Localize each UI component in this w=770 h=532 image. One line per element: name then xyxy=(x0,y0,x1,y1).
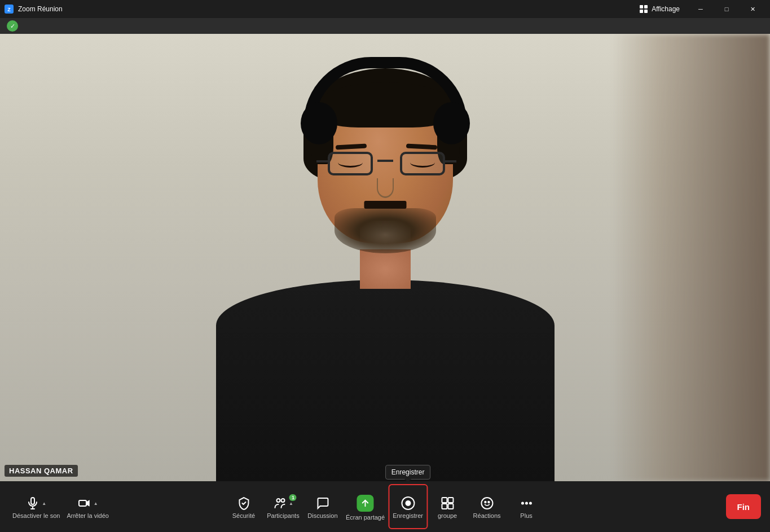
svg-point-10 xyxy=(276,499,280,502)
participants-label: Participants xyxy=(267,512,299,519)
nose xyxy=(377,178,394,198)
beard-gray xyxy=(360,221,411,249)
record-label: Enregistrer xyxy=(393,512,423,519)
svg-rect-9 xyxy=(79,500,86,506)
svg-rect-2 xyxy=(640,5,643,8)
share-icon-bg xyxy=(357,495,373,512)
svg-rect-14 xyxy=(448,498,453,503)
toolbar: ▲ Désactiver le son ▲ Arrêter la vidéo xyxy=(0,481,770,532)
chat-icon xyxy=(316,496,329,510)
close-button[interactable]: ✕ xyxy=(740,0,765,18)
reactions-label: Réactions xyxy=(473,512,501,519)
headphones-right-cup xyxy=(433,102,470,144)
grid-view-icon xyxy=(639,5,648,14)
chat-label: Discussion xyxy=(307,512,337,519)
record-tooltip: Enregistrer xyxy=(385,465,431,480)
titlebar-title: Zoom Réunion xyxy=(18,5,63,13)
svg-rect-15 xyxy=(442,504,447,509)
video-arrow-icon[interactable]: ▲ xyxy=(94,501,98,506)
mute-arrow-icon[interactable]: ▲ xyxy=(42,501,46,506)
svg-point-20 xyxy=(522,503,523,504)
participants-arrow-icon[interactable]: ▲ xyxy=(289,501,293,506)
titlebar-controls: ─ □ ✕ xyxy=(688,0,765,18)
participants-icon xyxy=(273,496,287,510)
record-icon xyxy=(401,496,415,510)
more-dots-icon xyxy=(520,496,533,510)
toolbar-center: Sécurité 1 ▲ Participants xyxy=(224,484,546,529)
record-dot xyxy=(405,500,411,506)
chat-button[interactable]: Discussion xyxy=(303,484,342,529)
svg-rect-13 xyxy=(442,498,447,503)
svg-rect-6 xyxy=(31,498,34,504)
maximize-button[interactable]: □ xyxy=(714,0,740,18)
minimize-button[interactable]: ─ xyxy=(688,0,714,18)
security-bar: ✓ xyxy=(0,18,770,34)
eye-left xyxy=(338,157,363,168)
glasses-arm-right xyxy=(443,160,456,162)
svg-point-19 xyxy=(488,502,489,503)
svg-point-11 xyxy=(281,499,284,502)
affichage-button[interactable]: Affichage xyxy=(639,5,680,14)
reactions-button[interactable]: Réactions xyxy=(467,484,507,529)
toolbar-right: Fin xyxy=(726,494,762,519)
more-button[interactable]: Plus xyxy=(507,484,546,529)
mute-label: Désactiver le son xyxy=(12,512,60,519)
share-icon xyxy=(360,498,370,508)
end-meeting-button[interactable]: Fin xyxy=(726,494,762,519)
security-label: Sécurité xyxy=(232,512,255,519)
participants-button[interactable]: 1 ▲ Participants xyxy=(263,484,303,529)
svg-rect-16 xyxy=(448,504,453,509)
video-area: HASSAN QAMAR xyxy=(0,34,770,481)
participant-nametag: HASSAN QAMAR xyxy=(5,465,78,477)
svg-point-22 xyxy=(530,503,531,504)
person-neck xyxy=(360,249,411,289)
mustache xyxy=(364,201,406,209)
affichage-label: Affichage xyxy=(652,5,680,13)
security-button[interactable]: Sécurité xyxy=(224,484,263,529)
background-blur-right xyxy=(612,34,770,481)
toolbar-left: ▲ Désactiver le son ▲ Arrêter la vidéo xyxy=(9,484,112,529)
svg-point-21 xyxy=(526,503,527,504)
breakout-label: groupe xyxy=(438,512,457,519)
titlebar-left: Z Zoom Réunion xyxy=(5,5,63,14)
eye-right xyxy=(410,157,435,168)
person-head xyxy=(306,68,464,249)
svg-rect-5 xyxy=(644,10,648,13)
video-button[interactable]: ▲ Arrêter la vidéo xyxy=(63,484,112,529)
svg-rect-4 xyxy=(640,10,643,13)
svg-text:Z: Z xyxy=(7,7,11,12)
svg-point-17 xyxy=(481,498,492,509)
participant-count-badge: 1 xyxy=(289,494,297,501)
more-label: Plus xyxy=(520,512,532,519)
microphone-icon xyxy=(26,496,39,510)
video-camera-icon xyxy=(78,496,91,510)
shield-icon xyxy=(237,496,250,510)
headphones-left-cup xyxy=(301,102,337,144)
glasses-bridge xyxy=(377,160,393,162)
svg-point-18 xyxy=(485,502,486,503)
breakout-button[interactable]: groupe xyxy=(428,484,467,529)
zoom-icon: Z xyxy=(5,5,14,14)
share-label: Écran partagé xyxy=(346,514,385,521)
mute-button[interactable]: ▲ Désactiver le son xyxy=(9,484,63,529)
video-label: Arrêter la vidéo xyxy=(67,512,109,519)
emoji-icon xyxy=(480,496,494,510)
share-screen-button[interactable]: Écran partagé xyxy=(342,484,388,529)
security-check-icon: ✓ xyxy=(10,23,15,30)
security-badge: ✓ xyxy=(7,20,18,32)
titlebar: Z Zoom Réunion Affichage ─ □ ✕ xyxy=(0,0,770,18)
svg-rect-3 xyxy=(644,5,648,8)
breakout-icon xyxy=(441,496,454,510)
person-body xyxy=(216,280,555,481)
video-background: HASSAN QAMAR xyxy=(0,34,770,481)
record-button[interactable]: Enregistrer Enregistrer xyxy=(388,484,428,529)
glasses-arm-left xyxy=(316,160,330,162)
